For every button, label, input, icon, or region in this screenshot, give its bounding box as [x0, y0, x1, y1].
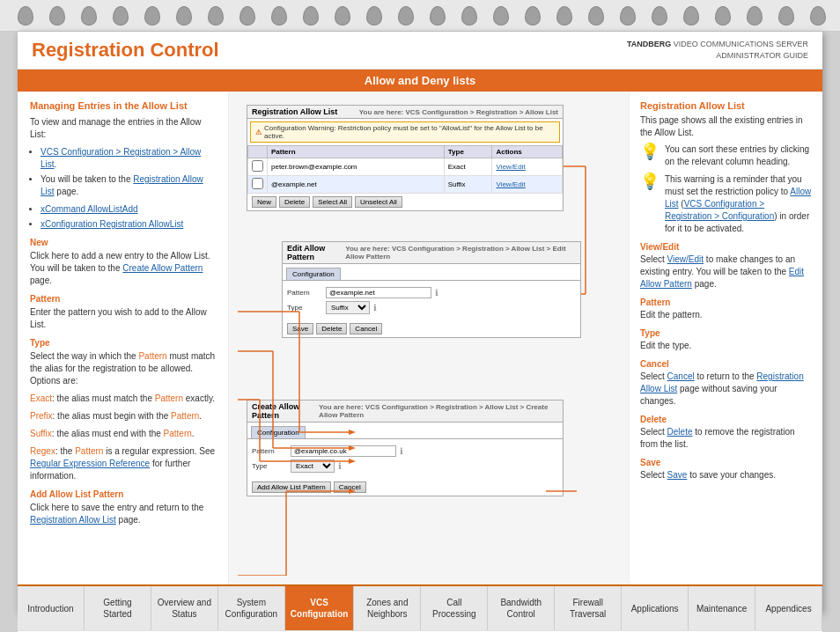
- section-header: Allow and Deny lists: [18, 70, 822, 92]
- col-type: Type: [444, 146, 492, 158]
- hint-text-2: This warning is a reminder that you must…: [665, 173, 812, 235]
- tab-maintenance[interactable]: Maintenance: [689, 586, 755, 630]
- hint-text-1: You can sort these entries by clicking o…: [665, 143, 812, 168]
- spiral-hole: [303, 6, 319, 26]
- select-all-button[interactable]: Select All: [313, 196, 352, 208]
- pattern-form-row-create: Pattern ℹ: [252, 445, 558, 457]
- link-save[interactable]: Save: [667, 470, 688, 480]
- tab-applications[interactable]: Applications: [622, 586, 689, 630]
- link-regex-ref[interactable]: Regular Expression Reference: [30, 459, 150, 468]
- tab-getting-started[interactable]: Getting Started: [85, 586, 151, 630]
- spiral-hole: [588, 6, 604, 26]
- allow-list-table: Pattern Type Actions peter.brown@example…: [247, 145, 563, 194]
- spiral-holes: [0, 6, 840, 26]
- page-title: Registration Control: [32, 39, 219, 62]
- company-name: TANDBERG: [627, 40, 671, 48]
- tab-call-processing[interactable]: Call Processing: [421, 586, 488, 630]
- header-right: TANDBERG VIDEO COMMUNICATIONS SERVER ADM…: [627, 39, 808, 61]
- right-pattern-label: Pattern: [640, 298, 812, 307]
- row-checkbox[interactable]: [252, 178, 263, 189]
- link-edit-pattern[interactable]: Edit Allow Pattern: [640, 267, 804, 289]
- right-save-text: Select Save to save your changes.: [640, 469, 812, 481]
- right-delete-text: Select Delete to remove the registration…: [640, 426, 812, 451]
- spiral-hole: [430, 6, 446, 26]
- new-button[interactable]: New: [252, 196, 276, 208]
- hint-box-2: 💡 This warning is a reminder that you mu…: [640, 173, 812, 235]
- type-select-create[interactable]: Exact Suffix Prefix Regex: [291, 459, 335, 473]
- link-allow-list[interactable]: Registration Allow List: [41, 174, 203, 196]
- middle-column: Registration Allow List You are here: VC…: [229, 92, 629, 584]
- link-view-edit[interactable]: View/Edit: [667, 254, 704, 264]
- spiral-hole: [398, 6, 414, 26]
- link-vcs-config-right[interactable]: VCS Configuration > Registration > Confi…: [665, 199, 774, 221]
- warning-icon: ⚠: [255, 129, 262, 136]
- left-intro: To view and manage the entries in the Al…: [30, 116, 216, 141]
- type-select[interactable]: Suffix Exact Prefix Regex: [326, 301, 370, 314]
- save-button[interactable]: Save: [287, 323, 313, 334]
- type-cell: Suffix: [444, 176, 492, 194]
- link-create-pattern[interactable]: Create Allow Pattern: [122, 263, 203, 273]
- tab-vcs-config[interactable]: VCS Configuration: [285, 586, 355, 630]
- spiral-hole: [683, 6, 699, 26]
- prefix-description: Prefix: the alias must begin with the Pa…: [30, 410, 216, 423]
- tab-appendices[interactable]: Appendices: [755, 586, 822, 630]
- cancel-button-create[interactable]: Cancel: [334, 481, 366, 493]
- spiral-hole: [810, 6, 826, 26]
- allow-list-breadcrumb: You are here: VCS Configuration > Regist…: [359, 108, 558, 116]
- exact-description: Exact: the alias must match the Pattern …: [30, 393, 216, 405]
- spiral-binding: [0, 0, 840, 32]
- spiral-hole: [778, 6, 794, 26]
- right-pattern-text: Edit the pattern.: [640, 309, 812, 321]
- link-delete[interactable]: Delete: [667, 427, 693, 437]
- spiral-hole: [493, 6, 509, 26]
- content-area: Managing Entries in the Allow List To vi…: [18, 92, 822, 584]
- spiral-hole: [81, 6, 97, 26]
- type-info-icon-create: ℹ: [338, 461, 342, 471]
- type-description: Select the way in which the Pattern must…: [30, 350, 216, 387]
- link-vcs-config[interactable]: VCS Configuration > Registration > Allow…: [41, 147, 201, 169]
- type-info-icon: ℹ: [373, 303, 377, 312]
- spiral-hole: [335, 6, 350, 26]
- tab-bandwidth-control[interactable]: Bandwidth Control: [488, 586, 555, 630]
- link-reg-allow-list[interactable]: Registration Allow List: [30, 515, 116, 525]
- row-checkbox[interactable]: [252, 160, 263, 172]
- tab-zones-neighbors[interactable]: Zones and Neighbors: [354, 586, 421, 630]
- spiral-hole: [18, 6, 33, 26]
- right-intro: This page shows all the existing entries…: [640, 114, 812, 139]
- tab-firewall-traversal[interactable]: Firewall Traversal: [555, 586, 622, 630]
- right-save-label: Save: [640, 458, 812, 467]
- link-xcommand[interactable]: xCommand AllowListAdd: [41, 204, 138, 214]
- edit-pattern-breadcrumb: You are here: VCS Configuration > Regist…: [345, 245, 576, 261]
- guide-name: ADMINISTRATOR GUIDE: [716, 51, 808, 60]
- tab-system-config[interactable]: System Configuration: [218, 586, 285, 630]
- view-edit-link[interactable]: View/Edit: [496, 180, 525, 188]
- delete-button[interactable]: Delete: [316, 323, 347, 334]
- cancel-button[interactable]: Cancel: [350, 323, 382, 334]
- link-cancel[interactable]: Cancel: [667, 371, 695, 381]
- add-label: Add Allow List Pattern: [30, 489, 216, 499]
- link-xconfig[interactable]: xConfiguration Registration AllowList: [41, 219, 183, 229]
- spiral-hole: [620, 6, 636, 26]
- unselect-all-button[interactable]: Unselect All: [355, 196, 402, 208]
- right-delete-label: Delete: [640, 415, 812, 424]
- spiral-hole: [461, 6, 477, 26]
- tab-introduction[interactable]: Introduction: [18, 586, 85, 630]
- tab-overview-status[interactable]: Overview and Status: [151, 586, 218, 630]
- pattern-input[interactable]: [326, 287, 431, 298]
- new-description: Click here to add a new entry to the All…: [30, 250, 216, 287]
- allow-list-panel-title: Registration Allow List: [252, 107, 337, 116]
- left-command-links: xCommand AllowListAdd xConfiguration Reg…: [41, 203, 216, 231]
- delete-button[interactable]: Delete: [279, 196, 310, 208]
- pattern-info-icon: ℹ: [435, 288, 438, 298]
- view-edit-link[interactable]: View/Edit: [496, 163, 525, 171]
- add-allow-list-button[interactable]: Add Allow List Pattern: [252, 481, 331, 493]
- screenshot-container: Registration Allow List You are here: VC…: [238, 100, 620, 576]
- pattern-input-create[interactable]: [291, 445, 396, 457]
- config-tab-create: Configuration: [247, 423, 563, 438]
- edit-pattern-panel: Edit Allow Pattern You are here: VCS Con…: [282, 241, 581, 338]
- create-pattern-panel: Create Allow Pattern You are here: VCS C…: [247, 400, 564, 496]
- spiral-hole: [366, 6, 382, 26]
- type-form-label: Type: [287, 304, 322, 312]
- link-reg-allow-list-right[interactable]: Registration Allow List: [640, 371, 804, 393]
- regex-description: Regex: the Pattern is a regular expressi…: [30, 445, 216, 482]
